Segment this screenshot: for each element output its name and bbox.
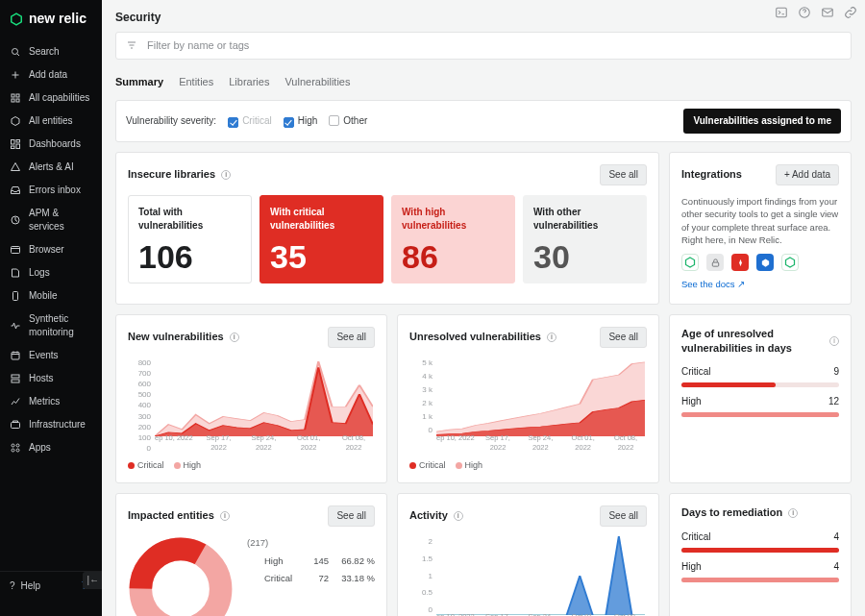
nr-icon[interactable] [681,254,699,271]
see-all-button[interactable]: See all [328,327,375,348]
inbox-icon [10,185,21,196]
svg-rect-11 [13,291,18,300]
tile-value: 35 [270,240,373,273]
sidebar-item-label: Mobile [29,289,57,303]
sidebar-item-label: Add data [29,68,67,82]
sidebar-item-hosts[interactable]: Hosts [0,367,102,390]
tile-label: With other vulnerabilities [533,206,636,233]
hosts-icon [10,373,21,384]
see-all-button[interactable]: See all [600,327,647,348]
see-all-button[interactable]: See all [600,505,647,527]
sidebar-item-label: All entities [29,114,73,128]
sidebar-item-alerts-ai[interactable]: Alerts & AI [0,156,102,179]
sev-high-checkbox[interactable]: High [284,114,318,128]
unresolved-title: Unresolved vulnerabilities [409,330,541,344]
sev-other-checkbox[interactable]: Other [329,114,367,128]
brand-logo[interactable]: new relic [0,0,102,37]
dependabot-icon[interactable] [756,254,774,271]
integrations-blurb: Continuously import findings from your o… [681,195,839,246]
activity-card: Activityi See all 21.510.50ep 10, 2022Se… [397,493,659,616]
svg-point-0 [12,48,18,54]
stat-tile[interactable]: With critical vulnerabilities35 [260,195,383,283]
sidebar-item-all-capabilities[interactable]: All capabilities [0,86,102,110]
help-link[interactable]: ? Help [10,579,40,593]
apps-icon [10,442,21,454]
see-docs-link[interactable]: See the docs ↗ [681,279,745,289]
tile-label: With high vulnerabilities [402,206,505,233]
sidebar-item-label: Metrics [29,395,60,408]
filter-bar[interactable]: Filter by name or tags [115,32,852,60]
new-vuln-chart: 8007006005004003002001000ep 10, 2022Sep … [128,357,375,454]
tile-label: Total with vulnerabilities [138,206,241,233]
severity-label: Vulnerability severity: [126,114,216,128]
see-all-button[interactable]: See all [328,505,375,527]
filter-placeholder: Filter by name or tags [147,38,249,53]
mobile-icon [10,290,21,302]
see-all-button[interactable]: See all [600,164,647,185]
assigned-to-me-button[interactable]: Vulnerabilities assigned to me [683,109,841,134]
sidebar-item-label: Alerts & AI [29,160,74,174]
activity-title: Activity [409,508,448,523]
nr-icon-2[interactable] [781,254,799,271]
page-title: Security [102,0,865,32]
sidebar-item-apps[interactable]: Apps [0,436,102,459]
sidebar-item-infrastructure[interactable]: Infrastructure [0,413,102,436]
svg-point-19 [16,449,19,452]
lock-icon[interactable] [706,254,724,271]
info-icon[interactable]: i [220,511,230,521]
sidebar-item-label: Search [29,45,60,59]
sidebar-item-errors-inbox[interactable]: Errors inbox [0,179,102,202]
legend-row: Critical7233.18 % [247,570,375,586]
content: Vulnerability severity: Critical High Ot… [102,90,865,616]
snyk-icon[interactable] [731,254,749,271]
svg-rect-8 [12,146,15,149]
tile-value: 86 [402,240,505,273]
logs-icon [10,267,21,279]
unresolved-card: Unresolved vulnerabilitiesi See all 5 k4… [397,314,659,484]
sidebar-item-mobile[interactable]: Mobile [0,284,102,308]
impacted-donut [128,536,234,616]
remediation-card: Days to remediationi Critical4High4 [669,493,852,616]
remediation-title: Days to remediation [681,505,782,520]
svg-rect-13 [12,375,19,378]
sidebar-item-apm-services[interactable]: APM & services [0,202,102,238]
svg-rect-12 [12,352,19,359]
sidebar-item-metrics[interactable]: Metrics [0,390,102,413]
sidebar-item-synthetic-monitoring[interactable]: Synthetic monitoring [0,308,102,344]
sidebar-item-browser[interactable]: Browser [0,238,102,261]
main: Security Filter by name or tags SummaryE… [102,0,865,616]
info-icon[interactable]: i [230,333,239,342]
svg-rect-7 [16,144,20,149]
alert-icon [10,161,21,173]
sidebar-item-logs[interactable]: Logs [0,261,102,284]
info-icon[interactable]: i [829,336,839,346]
svg-rect-10 [12,246,20,253]
sidebar-item-label: Errors inbox [29,184,81,197]
sev-critical-label: Critical [242,115,272,126]
filter-icon [126,39,137,51]
svg-point-16 [12,444,14,447]
brand-hex-icon [10,12,23,26]
sidebar-item-search[interactable]: Search [0,40,102,63]
svg-rect-23 [712,262,718,266]
unresolved-chart: 5 k4 k3 k2 k1 k0ep 10, 2022Sep 17, 2022S… [409,357,647,454]
sidebar-item-events[interactable]: Events [0,344,102,367]
stat-tile[interactable]: Total with vulnerabilities106 [128,195,252,283]
svg-rect-4 [16,99,19,102]
add-data-button[interactable]: + Add data [776,164,839,185]
impacted-title: Impacted entities [128,508,214,523]
sev-critical-checkbox[interactable]: Critical [228,114,272,128]
metrics-icon [10,396,21,407]
info-icon[interactable]: i [221,170,231,180]
stat-tile[interactable]: With high vulnerabilities86 [391,195,515,283]
stat-tile[interactable]: With other vulnerabilities30 [523,195,647,283]
sidebar-item-label: Infrastructure [29,418,86,431]
sidebar-item-dashboards[interactable]: Dashboards [0,133,102,156]
info-icon[interactable]: i [454,511,463,521]
sidebar-item-add-data[interactable]: Add data [0,63,102,86]
sidebar-item-label: APM & services [29,207,92,234]
sidebar-item-all-entities[interactable]: All entities [0,110,102,133]
info-icon[interactable]: i [788,508,798,518]
collapse-sidebar-icon[interactable]: |← [83,572,103,589]
info-icon[interactable]: i [547,333,556,342]
